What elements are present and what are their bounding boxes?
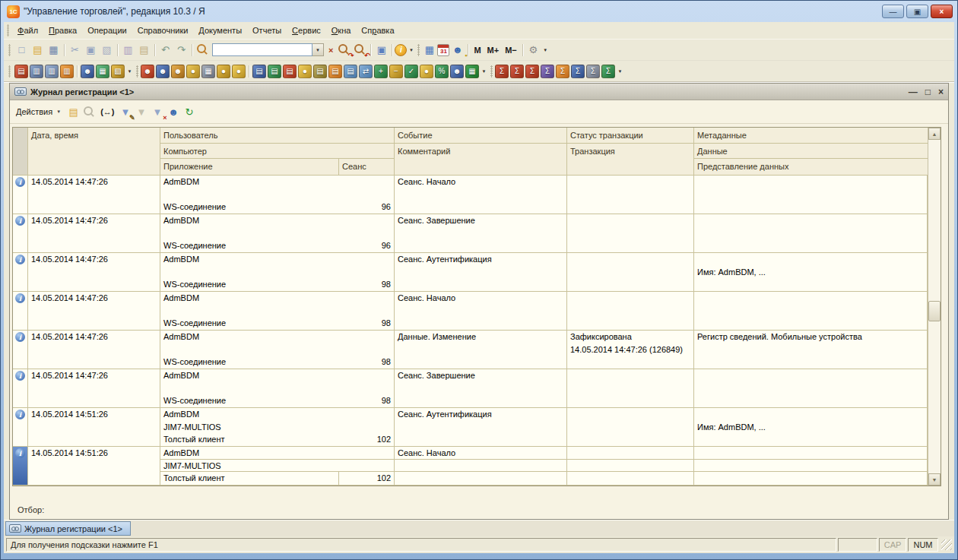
save-icon[interactable]: ▦ bbox=[46, 42, 62, 58]
minimize-button[interactable]: — bbox=[882, 5, 904, 18]
find-in-log-icon[interactable] bbox=[81, 104, 97, 120]
find-next-icon[interactable]: ↷ bbox=[336, 42, 352, 58]
structure-icon[interactable]: ▦ bbox=[465, 65, 479, 78]
cash-register-icon[interactable]: ▧ bbox=[111, 65, 125, 78]
close-button[interactable]: × bbox=[931, 5, 953, 18]
receipt-printer-icon[interactable]: ▥ bbox=[45, 65, 59, 78]
find-previous-icon[interactable]: ↶ bbox=[352, 42, 368, 58]
log-row[interactable]: i 14.05.2014 14:51:26 AdmBDM JIM7-MULTIO… bbox=[13, 447, 928, 486]
back-icon[interactable]: ↶ bbox=[157, 42, 173, 58]
menu-reports[interactable]: Отчеты bbox=[247, 24, 287, 36]
coins-doc-icon[interactable]: ● bbox=[298, 65, 312, 78]
menu-references[interactable]: Справочники bbox=[132, 24, 194, 36]
calculator-icon[interactable]: ▦ bbox=[421, 42, 437, 58]
memory-plus-button[interactable]: M+ bbox=[484, 42, 503, 58]
goods-return-doc-icon[interactable]: ▤ bbox=[283, 65, 297, 78]
print-icon[interactable]: ▥ bbox=[120, 42, 136, 58]
memory-minus-button[interactable]: M− bbox=[502, 42, 520, 58]
cut-icon[interactable]: ✂ bbox=[67, 42, 83, 58]
menu-operations[interactable]: Операции bbox=[82, 24, 132, 36]
report-person-2-icon[interactable]: Σ bbox=[510, 65, 524, 78]
label-printer-icon[interactable]: ▥ bbox=[60, 65, 74, 78]
new-document-icon[interactable]: □ bbox=[14, 42, 30, 58]
scroll-down-icon[interactable]: ▼ bbox=[928, 473, 941, 486]
menu-help[interactable]: Справка bbox=[356, 24, 399, 36]
remove-coins-icon[interactable]: − bbox=[389, 65, 403, 78]
log-row[interactable]: i 14.05.2014 14:47:26 AdmBDM WS-соединен… bbox=[13, 331, 928, 369]
report-flag-orange-icon[interactable]: Σ bbox=[556, 65, 569, 78]
doc-exchange-icon[interactable]: ⇄ bbox=[359, 65, 373, 78]
log-row[interactable]: i 14.05.2014 14:51:26 AdmBDM JIM7-MULTIO… bbox=[13, 408, 928, 447]
cash-drawer-icon[interactable]: ▤ bbox=[14, 65, 28, 78]
fiscal-registrar-icon[interactable]: ▥ bbox=[30, 65, 43, 78]
customer-invoice-icon[interactable]: ☻ bbox=[171, 65, 185, 78]
child-close-button[interactable]: × bbox=[938, 87, 944, 97]
log-row[interactable]: i 14.05.2014 14:47:26 AdmBDM WS-соединен… bbox=[13, 253, 928, 292]
copy-icon[interactable]: ▣ bbox=[83, 42, 99, 58]
goods-receipt-doc-icon[interactable]: ▤ bbox=[268, 65, 281, 78]
info-icon[interactable]: i bbox=[395, 44, 407, 56]
info-dropdown-icon[interactable]: ▼ bbox=[407, 42, 415, 58]
sales-doc-icon[interactable]: ▤ bbox=[252, 65, 266, 78]
report-check-icon[interactable]: Σ bbox=[601, 65, 615, 78]
payment-table-icon[interactable]: ▦ bbox=[96, 65, 109, 78]
report-list-icon[interactable]: Σ bbox=[586, 65, 600, 78]
log-row[interactable]: i 14.05.2014 14:47:26 AdmBDM WS-соединен… bbox=[13, 292, 928, 331]
set-filter-icon[interactable]: ▼✎ bbox=[117, 104, 133, 120]
docs-dropdown-icon[interactable]: ▼ bbox=[480, 63, 488, 79]
print-preview-icon[interactable]: ▤ bbox=[136, 42, 152, 58]
menu-file[interactable]: Файл bbox=[12, 24, 43, 36]
report-person-1-icon[interactable]: Σ bbox=[495, 65, 509, 78]
scrollbar-thumb[interactable] bbox=[928, 301, 941, 321]
report-person-3-icon[interactable]: Σ bbox=[525, 65, 539, 78]
resize-grip[interactable] bbox=[941, 539, 952, 550]
devices-dropdown-icon[interactable]: ▼ bbox=[125, 63, 134, 79]
service-dropdown-icon[interactable]: ▼ bbox=[541, 42, 550, 58]
actions-menu-button[interactable]: Действия ▼ bbox=[14, 106, 65, 118]
clear-search-icon[interactable]: × bbox=[325, 42, 336, 58]
reports-dropdown-icon[interactable]: ▼ bbox=[616, 63, 624, 79]
filter-icon[interactable]: ▼ bbox=[133, 104, 149, 120]
doc-approve-icon[interactable]: ✓ bbox=[404, 65, 418, 78]
customer-icon[interactable]: ☻ bbox=[141, 65, 154, 78]
doc-percent-icon[interactable]: % bbox=[435, 65, 449, 78]
report-flag-purple-icon[interactable]: Σ bbox=[541, 65, 554, 78]
log-row[interactable]: i 14.05.2014 14:47:26 AdmBDM WS-соединен… bbox=[13, 214, 928, 253]
scroll-up-icon[interactable]: ▲ bbox=[928, 128, 941, 140]
price-doc-icon[interactable]: ▤ bbox=[313, 65, 327, 78]
partners-icon[interactable]: ☻ bbox=[81, 65, 94, 78]
coins-pair-icon[interactable]: ● bbox=[420, 65, 433, 78]
paste-icon[interactable]: ▧ bbox=[99, 42, 115, 58]
search-dropdown-icon[interactable]: ▼ bbox=[312, 43, 324, 56]
user-sessions-icon[interactable]: ☻ bbox=[165, 104, 181, 120]
orders-doc-icon[interactable]: ▤ bbox=[328, 65, 342, 78]
copy-window-icon[interactable]: ▣ bbox=[373, 42, 389, 58]
cash-payment-icon[interactable]: ● bbox=[217, 65, 230, 78]
search-icon[interactable] bbox=[195, 42, 211, 58]
vertical-scrollbar[interactable]: ▲ ▼ bbox=[928, 128, 941, 486]
menu-documents[interactable]: Документы bbox=[193, 24, 247, 36]
calendar-icon[interactable]: 31 bbox=[437, 44, 449, 56]
forward-icon[interactable]: ↷ bbox=[173, 42, 189, 58]
memory-button[interactable]: M bbox=[471, 42, 484, 58]
doc-coins-icon[interactable]: ▤ bbox=[344, 65, 357, 78]
menu-windows[interactable]: Окна bbox=[326, 24, 357, 36]
interval-icon[interactable]: (↔) bbox=[97, 104, 117, 120]
add-coins-icon[interactable]: + bbox=[374, 65, 388, 78]
open-folder-icon[interactable]: ▤ bbox=[30, 42, 46, 58]
log-row[interactable]: i 14.05.2014 14:47:26 AdmBDM WS-соединен… bbox=[13, 369, 928, 408]
restore-button[interactable]: ▣ bbox=[906, 5, 928, 18]
report-flag-blue-icon[interactable]: Σ bbox=[571, 65, 585, 78]
menu-service[interactable]: Сервис bbox=[287, 24, 326, 36]
customer-payment-icon[interactable]: ● bbox=[186, 65, 200, 78]
child-minimize-button[interactable]: — bbox=[909, 87, 918, 97]
log-row[interactable]: i 14.05.2014 14:47:26 AdmBDM WS-соединен… bbox=[13, 176, 928, 214]
wrench-icon[interactable]: ⚙ bbox=[525, 42, 541, 58]
clear-filter-icon[interactable]: ▼× bbox=[149, 104, 165, 120]
coins-icon[interactable]: ● bbox=[232, 65, 246, 78]
child-maximize-button[interactable]: □ bbox=[925, 87, 931, 97]
buyer-doc-icon[interactable]: ☻ bbox=[450, 65, 464, 78]
refresh-icon[interactable]: ↻ bbox=[181, 104, 197, 120]
open-item-icon[interactable]: ▤ bbox=[65, 104, 81, 120]
search-input[interactable] bbox=[212, 43, 312, 56]
